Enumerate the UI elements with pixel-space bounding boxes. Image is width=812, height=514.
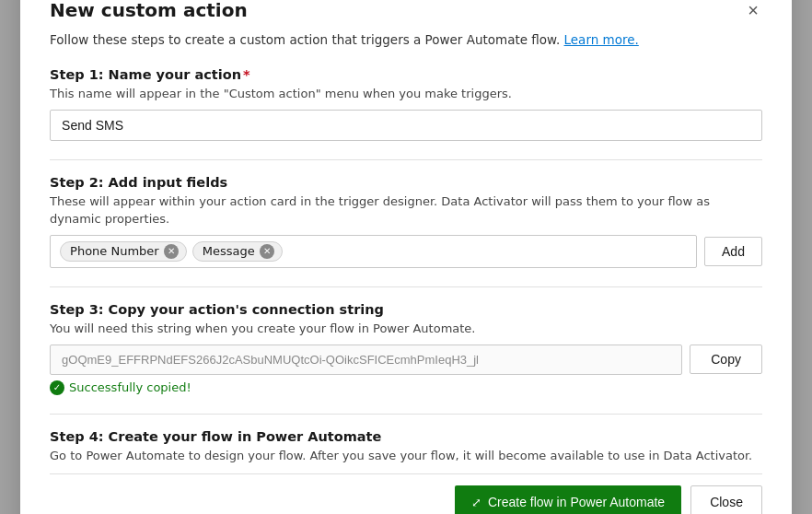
add-tag-button[interactable]: Add bbox=[704, 237, 762, 266]
intro-paragraph: Follow these steps to create a custom ac… bbox=[50, 30, 762, 49]
tag-input-row: Phone Number ✕ Message ✕ Add bbox=[50, 235, 762, 268]
learn-more-link[interactable]: Learn more. bbox=[564, 32, 639, 47]
create-flow-label: Create flow in Power Automate bbox=[488, 495, 665, 509]
step2-title: Step 2: Add input fields bbox=[50, 175, 762, 190]
step1-section: Step 1: Name your action* This name will… bbox=[50, 67, 762, 141]
divider-3 bbox=[50, 414, 762, 415]
dialog-title: New custom action bbox=[50, 0, 248, 21]
tag-input-box[interactable]: Phone Number ✕ Message ✕ bbox=[50, 235, 697, 268]
dialog: New custom action × Follow these steps t… bbox=[20, 0, 792, 514]
copy-row: Copy bbox=[50, 345, 762, 375]
step4-title: Step 4: Create your flow in Power Automa… bbox=[50, 429, 762, 444]
tag-phone-number-label: Phone Number bbox=[70, 244, 159, 258]
divider-1 bbox=[50, 159, 762, 160]
step1-title: Step 1: Name your action* bbox=[50, 67, 762, 82]
connection-string-input[interactable] bbox=[50, 345, 682, 375]
external-link-icon: ⤢ bbox=[471, 496, 481, 509]
action-name-input[interactable] bbox=[50, 110, 762, 141]
step3-title: Step 3: Copy your action's connection st… bbox=[50, 302, 762, 317]
dialog-footer: ⤢ Create flow in Power Automate Close bbox=[50, 473, 762, 514]
dialog-header: New custom action × bbox=[50, 0, 762, 21]
close-footer-button[interactable]: Close bbox=[690, 485, 762, 514]
close-icon-button[interactable]: × bbox=[744, 0, 762, 21]
tag-phone-number: Phone Number ✕ bbox=[60, 241, 187, 262]
step3-description: You will need this string when you creat… bbox=[50, 321, 762, 337]
tag-message-label: Message bbox=[203, 244, 255, 258]
success-message: ✓ Successfully copied! bbox=[50, 380, 762, 395]
step2-description: These will appear within your action car… bbox=[50, 193, 762, 227]
copy-button[interactable]: Copy bbox=[690, 345, 762, 374]
required-marker: * bbox=[243, 67, 250, 82]
tag-phone-number-remove[interactable]: ✕ bbox=[164, 244, 179, 259]
step3-section: Step 3: Copy your action's connection st… bbox=[50, 302, 762, 395]
tag-message-remove[interactable]: ✕ bbox=[260, 244, 274, 259]
success-check-icon: ✓ bbox=[50, 380, 64, 395]
divider-2 bbox=[50, 286, 762, 287]
success-text: Successfully copied! bbox=[69, 380, 191, 394]
intro-text: Follow these steps to create a custom ac… bbox=[50, 32, 560, 47]
create-flow-button[interactable]: ⤢ Create flow in Power Automate bbox=[455, 485, 681, 514]
tag-message: Message ✕ bbox=[192, 241, 283, 262]
step2-section: Step 2: Add input fields These will appe… bbox=[50, 175, 762, 267]
step4-description: Go to Power Automate to design your flow… bbox=[50, 448, 762, 464]
step1-description: This name will appear in the "Custom act… bbox=[50, 86, 762, 102]
step4-section: Step 4: Create your flow in Power Automa… bbox=[50, 429, 762, 464]
modal-overlay: New custom action × Follow these steps t… bbox=[0, 0, 812, 514]
